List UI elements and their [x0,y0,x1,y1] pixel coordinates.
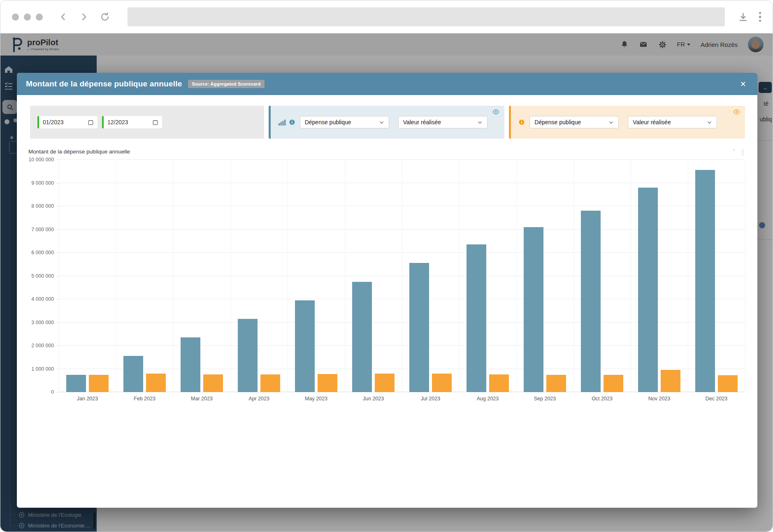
calendar-icon [152,119,158,125]
eye-icon [733,109,740,115]
info-icon[interactable] [518,119,525,125]
modal-header: Montant de la dépense publique annuelle … [17,73,757,95]
x-axis-label: Jul 2023 [402,396,459,402]
chart: 10 000 0009 000 0008 000 0007 000 0006 0… [29,160,745,402]
bar-group [631,160,688,392]
measure-select-primary-value: Valeur réalisée [403,119,441,125]
bar-secondary[interactable] [203,374,223,392]
forward-button[interactable] [79,12,89,22]
bar-primary[interactable] [352,282,372,392]
bar-secondary[interactable] [89,375,109,392]
bar-primary[interactable] [638,188,658,392]
x-axis-label: Jan 2023 [59,396,116,402]
filter-group-dates: 01/2023 12/2023 [30,106,264,139]
browser-menu-button[interactable] [759,12,761,22]
bar-secondary[interactable] [489,374,509,393]
close-icon[interactable]: × [738,79,748,90]
y-axis-label: 0 [51,389,54,395]
y-axis-label: 10 000 000 [28,157,54,163]
bar-primary[interactable] [295,300,315,392]
bar-group [516,160,573,392]
bar-group [402,160,459,392]
chart-toolbar-icon [742,149,743,156]
bar-primary[interactable] [581,211,601,392]
indicator-select-secondary[interactable]: Dépense publique [529,116,619,128]
bar-group [230,160,288,392]
bar-primary[interactable] [123,356,143,392]
reload-button[interactable] [100,12,110,22]
bar-primary[interactable] [409,263,429,392]
bar-primary[interactable] [181,337,200,392]
window-control-dot[interactable] [36,14,43,21]
browser-window: proPilot — Powered by dFakto [0,0,773,532]
bar-secondary[interactable] [260,374,280,393]
bar-secondary[interactable] [661,370,680,392]
bar-secondary[interactable] [318,374,337,392]
chart-toolbar-icon [733,149,735,151]
plot-area [59,160,745,392]
bar-secondary[interactable] [604,375,623,392]
chevron-down-icon [477,120,483,125]
reload-icon [100,12,110,22]
download-button[interactable] [738,12,748,22]
chart-toolbar [733,149,743,156]
indicator-select-primary[interactable]: Dépense publique [300,116,389,128]
browser-chrome [0,0,773,33]
bar-group [59,160,116,392]
x-axis-label: Aug 2023 [459,396,516,402]
info-icon[interactable] [289,119,295,125]
date-to-input[interactable]: 12/2023 [102,116,162,128]
window-control-dot[interactable] [12,14,19,21]
url-bar[interactable] [128,7,725,26]
x-axis-label: Jun 2023 [345,396,402,402]
visibility-toggle-primary[interactable] [492,109,499,116]
x-axis: Jan 2023Feb 2023Mar 2023Apr 2023May 2023… [59,392,745,402]
x-axis-label: Dec 2023 [688,396,745,402]
modal-title: Montant de la dépense publique annuelle [26,79,182,88]
eye-icon [492,109,499,115]
bar-secondary[interactable] [432,374,452,392]
x-axis-label: May 2023 [288,396,345,402]
app-area: proPilot — Powered by dFakto [0,33,773,532]
source-badge: Source: Aggregated Scorecard [188,80,264,88]
download-icon [738,12,748,22]
indicator-select-primary-value: Dépense publique [305,119,351,125]
bar-group [288,160,345,392]
bar-secondary[interactable] [375,374,395,392]
bar-primary[interactable] [524,227,543,392]
y-axis-label: 2 000 000 [31,343,54,348]
chevron-left-icon [58,12,68,22]
chevron-right-icon [79,12,89,22]
y-axis: 10 000 0009 000 0008 000 0007 000 0006 0… [29,160,59,392]
calendar-icon [88,119,94,125]
bar-secondary[interactable] [146,374,166,392]
visibility-toggle-secondary[interactable] [733,109,740,116]
chart-modal: Montant de la dépense publique annuelle … [17,73,757,508]
date-to-value: 12/2023 [107,119,128,125]
x-axis-label: Apr 2023 [230,396,288,402]
chevron-down-icon [707,120,712,125]
chevron-down-icon [379,120,384,125]
window-control-dot[interactable] [24,14,31,21]
y-axis-label: 8 000 000 [31,203,54,209]
y-axis-label: 5 000 000 [31,273,54,279]
back-button[interactable] [58,12,68,22]
bar-chart-icon [278,119,286,126]
bar-group [345,160,402,392]
bar-primary[interactable] [66,375,86,392]
filter-group-secondary: Dépense publique Valeur réalisée [509,106,745,139]
filter-row: 01/2023 12/2023 [30,106,745,139]
bar-primary[interactable] [238,319,258,392]
bar-primary[interactable] [467,244,486,392]
bar-secondary[interactable] [546,375,566,392]
bar-primary[interactable] [695,170,715,392]
y-axis-tick [57,392,59,393]
bar-secondary[interactable] [718,375,738,392]
x-axis-label: Mar 2023 [173,396,230,402]
measure-select-secondary[interactable]: Valeur réalisée [628,116,717,128]
bar-group [116,160,173,392]
y-axis-label: 9 000 000 [31,180,54,186]
window-controls [12,14,43,21]
date-from-input[interactable]: 01/2023 [37,116,97,128]
measure-select-primary[interactable]: Valeur réalisée [398,116,487,128]
